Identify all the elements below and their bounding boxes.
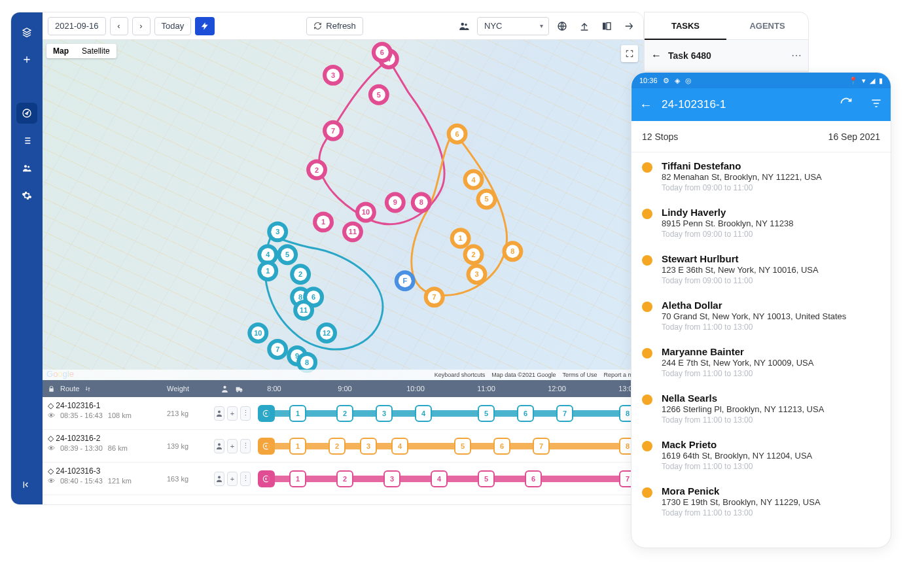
assign-agent-button[interactable] — [214, 439, 224, 453]
gear-icon[interactable] — [16, 185, 37, 206]
phone-stop-item[interactable]: Aletha Dollar 70 Grand St, New York, NY … — [631, 292, 891, 338]
map-pin[interactable]: 9 — [385, 192, 406, 213]
route-row[interactable]: ◇ 24-102316-1 👁08:35 - 16:43108 km 213 k… — [43, 397, 643, 430]
map-pin[interactable]: 6 — [447, 124, 468, 145]
map[interactable]: Map Satellite 4 3 5 7 2 1 — [43, 40, 643, 380]
date-picker[interactable]: 2021-09-16 — [48, 17, 106, 35]
map-pin[interactable]: 2 — [306, 160, 327, 181]
phone-stop-item[interactable]: Nella Searls 1266 Sterling Pl, Brooklyn,… — [631, 385, 891, 431]
map-pin[interactable]: 7 — [424, 287, 445, 307]
map-pin[interactable]: 3 — [323, 65, 344, 86]
timeline-stop[interactable]: 6 — [525, 470, 542, 487]
map-pin[interactable]: 1 — [313, 211, 334, 232]
map-pin[interactable]: 10 — [355, 201, 376, 222]
timeline-stop[interactable]: 2 — [329, 438, 346, 455]
phone-stop-item[interactable]: Mora Penick 1730 E 19th St, Brooklyn, NY… — [631, 478, 891, 524]
map-shortcuts[interactable]: Keyboard shortcuts — [435, 372, 486, 378]
timeline-stop[interactable]: 7 — [533, 438, 550, 455]
row-menu-button[interactable]: ⋮ — [240, 472, 251, 486]
map-pin[interactable]: 3 — [267, 221, 288, 242]
collapse-icon[interactable] — [16, 474, 37, 495]
timeline-stop[interactable]: 1 — [289, 470, 306, 487]
timeline-stop[interactable]: 3 — [376, 405, 393, 422]
map-pin[interactable]: 6 — [372, 42, 393, 63]
people-icon[interactable] — [16, 158, 37, 179]
timeline-stop[interactable]: 1 — [289, 438, 306, 455]
compass-icon[interactable] — [16, 103, 37, 124]
assign-agent-button[interactable] — [214, 406, 224, 421]
phone-stop-item[interactable]: Maryanne Bainter 244 E 7th St, New York,… — [631, 338, 891, 385]
region-select[interactable]: NYC — [477, 17, 549, 35]
timeline-stop[interactable]: 2 — [336, 405, 353, 422]
timeline-stop[interactable]: 2 — [336, 470, 353, 487]
add-button[interactable]: + — [227, 472, 238, 486]
more-icon[interactable]: ⋯ — [791, 49, 802, 61]
row-menu-button[interactable]: ⋮ — [240, 406, 251, 421]
map-terms[interactable]: Terms of Use — [562, 372, 597, 378]
team-icon[interactable] — [455, 17, 473, 35]
add-button[interactable]: + — [227, 439, 238, 453]
route-row[interactable]: ◇ 24-102316-3 👁08:40 - 15:43121 km 163 k… — [43, 463, 643, 495]
map-pin[interactable]: 2 — [290, 264, 311, 285]
map-pin[interactable]: 8 — [502, 241, 523, 262]
back-icon[interactable]: ← — [651, 50, 662, 61]
globe-icon[interactable] — [553, 17, 571, 35]
layers-icon[interactable] — [16, 22, 37, 43]
timeline-stop[interactable]: 3 — [360, 438, 377, 455]
map-pin[interactable]: 4 — [463, 169, 484, 190]
layout-icon[interactable] — [597, 17, 616, 35]
timeline-stop[interactable]: 6 — [493, 438, 510, 455]
map-pin[interactable]: F — [395, 270, 416, 291]
assign-agent-button[interactable] — [214, 472, 224, 486]
back-icon[interactable]: ← — [639, 97, 652, 113]
phone-stop-item[interactable]: Mack Prieto 1619 64th St, Brooklyn, NY 1… — [631, 431, 891, 478]
timeline-stop[interactable]: 5 — [478, 470, 495, 487]
map-pin[interactable]: 12 — [316, 323, 337, 343]
refresh-icon[interactable] — [840, 97, 853, 113]
filter-icon[interactable] — [870, 97, 883, 113]
next-day-button[interactable]: › — [132, 17, 151, 35]
timeline-stop[interactable]: 4 — [391, 438, 408, 455]
map-pin[interactable]: 5 — [368, 84, 389, 105]
timeline-stop[interactable]: 5 — [478, 405, 495, 422]
phone-stop-item[interactable]: Lindy Haverly 8915 Penn St. Brooklyn, NY… — [631, 199, 891, 245]
route-timeline[interactable]: 12345678 — [251, 430, 643, 462]
map-pin[interactable]: 7 — [323, 120, 344, 141]
add-button[interactable]: + — [227, 406, 238, 421]
timeline-stop[interactable]: 1 — [289, 405, 306, 422]
map-pin[interactable]: 3 — [467, 264, 488, 285]
upload-icon[interactable] — [575, 17, 594, 35]
today-button[interactable]: Today — [154, 17, 192, 35]
phone-stops-list[interactable]: Tiffani Destefano 82 Menahan St, Brookly… — [631, 152, 891, 548]
phone-stop-item[interactable]: Tiffani Destefano 82 Menahan St, Brookly… — [631, 152, 891, 199]
timeline-stop[interactable]: 4 — [431, 470, 448, 487]
timeline-stop[interactable]: 4 — [415, 405, 432, 422]
map-pin[interactable]: 10 — [247, 323, 268, 343]
map-pin[interactable]: 2 — [463, 244, 484, 265]
phone-stop-item[interactable]: Stewart Hurlburt 123 E 36th St, New York… — [631, 245, 891, 292]
map-pin[interactable]: 11 — [293, 300, 314, 321]
map-pin[interactable]: 1 — [450, 228, 471, 249]
tab-tasks[interactable]: TASKS — [645, 12, 726, 40]
route-timeline[interactable]: 12345678 — [251, 397, 643, 429]
map-pin[interactable]: 8 — [411, 192, 432, 213]
timeline-stop[interactable]: 5 — [454, 438, 471, 455]
optimize-button[interactable] — [195, 17, 215, 35]
route-timeline[interactable]: 1234567 — [251, 463, 643, 495]
map-pin[interactable]: 11 — [342, 221, 363, 242]
timeline-stop[interactable]: 3 — [383, 470, 400, 487]
refresh-button[interactable]: Refresh — [306, 17, 363, 35]
map-pin[interactable]: 7 — [267, 339, 288, 360]
panel-right-icon[interactable] — [620, 17, 638, 35]
map-pin[interactable]: 5 — [277, 244, 298, 265]
row-menu-button[interactable]: ⋮ — [240, 439, 251, 453]
route-row[interactable]: ◇ 24-102316-2 👁08:39 - 13:3086 km 139 kg… — [43, 430, 643, 463]
timeline-stop[interactable]: 7 — [556, 405, 573, 422]
tab-agents[interactable]: AGENTS — [726, 12, 808, 40]
map-pin[interactable]: 1 — [257, 260, 278, 281]
plus-icon[interactable] — [16, 49, 37, 70]
list-icon[interactable] — [16, 130, 37, 151]
timeline-stop[interactable]: 6 — [517, 405, 534, 422]
prev-day-button[interactable]: ‹ — [110, 17, 128, 35]
map-pin[interactable]: 5 — [476, 189, 497, 210]
